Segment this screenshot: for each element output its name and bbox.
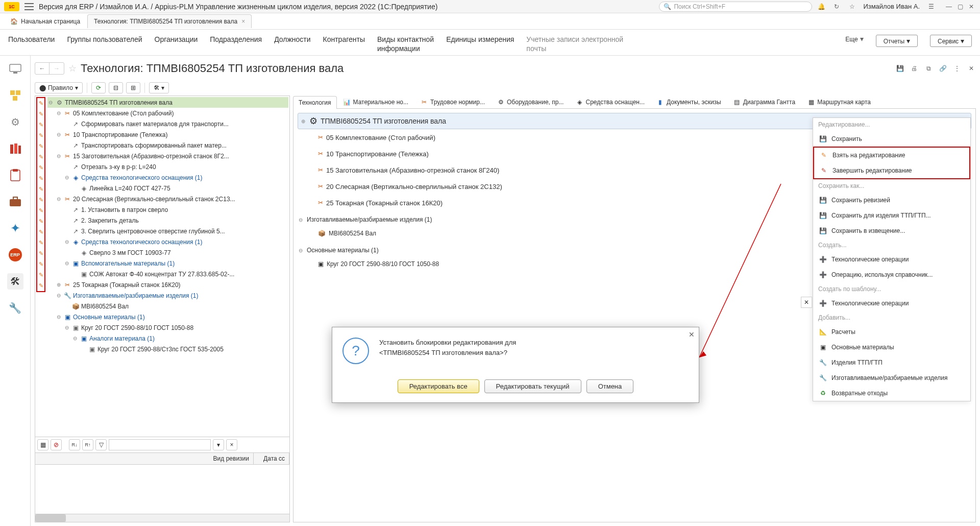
hamburger-icon[interactable] [24,3,34,10]
vt-gears[interactable]: ⚙ [7,114,23,130]
filter-btn-clear[interactable]: ⊘ [51,439,62,450]
section-units[interactable]: Единицы измерения [446,35,514,44]
section-orgs[interactable]: Организации [155,35,198,44]
vt-books[interactable] [7,140,23,157]
revision-grid[interactable]: Вид ревизии Дата сс [35,452,289,514]
tab-home[interactable]: 🏠 Начальная страница [4,15,86,28]
minimize-icon[interactable]: — [944,3,953,11]
tree-row[interactable]: ↗3. Сверлить центровочное отверстие глуб… [47,226,288,236]
global-search[interactable]: 🔍 Поиск Ctrl+Shift+F [659,2,812,12]
rule-button[interactable]: ⬤ Правило ▾ [35,82,83,93]
tree-row[interactable]: ⊖▣Вспомогательные материалы (1) [47,258,288,269]
tree-row[interactable]: ↗Транспортировать сформированный пакет м… [47,140,288,151]
user-menu-icon[interactable]: ☰ [927,3,935,11]
tree-toggle-icon[interactable]: ⊖ [64,239,70,245]
more-icon[interactable]: ⋮ [952,64,962,73]
sp-add-materials[interactable]: ▣Основные материалы [813,340,970,355]
sp-save-revision[interactable]: 💾Сохранить ревизией [813,193,970,208]
favorite-star-icon[interactable]: ☆ [68,63,77,74]
dtab-technology[interactable]: Технология [293,96,337,109]
section-more[interactable]: Еще ▾ [845,35,863,43]
tree-toggle-icon[interactable]: ⊕ [56,282,62,288]
vt-erp[interactable]: ERP [7,247,23,263]
tree-row[interactable]: ⊖▣Основные материалы (1) [47,312,288,322]
sp-save[interactable]: 💾Сохранить [813,131,970,147]
tree-row[interactable]: ⊖✂20 Слесарная (Вертикально-сверлильный … [47,194,288,204]
tree-toggle-icon[interactable]: ⊖ [56,110,62,116]
sp-save-ttp[interactable]: 💾Сохранить для изделия ТТП/ГТП... [813,208,970,223]
tree-row[interactable]: ↗2. Закрепить деталь [47,215,288,226]
dtab-tooling[interactable]: ◈Средства оснащен... [570,95,650,108]
tree-toggle-icon[interactable]: ⊖ [47,100,54,105]
tree-row[interactable]: ⊖⚙ТПМВI6805254 ТП изготовления вала [47,97,288,108]
vt-puzzle[interactable]: ✦ [7,220,23,236]
btn-edit-all[interactable]: Редактировать все [398,379,479,393]
tree-row[interactable]: ↗Сформировать пакет материалов для транс… [47,118,288,129]
section-depts[interactable]: Подразделения [210,35,262,44]
btn-edit-current[interactable]: Редактировать текущий [484,379,581,393]
vt-tools[interactable]: 🛠 [7,273,23,290]
tree-toggle-icon[interactable]: ⊖ [56,314,62,320]
tree-row[interactable]: ↗Отрезать з-ку в р-р: L=240 [47,161,288,172]
vt-clipboard[interactable] [7,167,23,183]
service-button[interactable]: Сервис ▾ [930,35,972,47]
refresh-button[interactable]: ⟳ [91,82,106,93]
rev-col-type[interactable]: Вид ревизии [35,453,254,464]
section-positions[interactable]: Должности [274,35,310,44]
tree-row[interactable]: ▣СОЖ Автокат Ф-40 концентрат ТУ 27.833.6… [47,269,288,279]
tree-row[interactable]: ⊖◈Средства технологического оснащения (1… [47,236,288,247]
star-icon[interactable]: ☆ [848,3,856,11]
sp-add-manuf[interactable]: 🔧Изготавливаемые/разбираемые изделия [813,370,970,386]
sp-add-ttpgtp[interactable]: 🔧Изделия ТТП/ГТП [813,355,970,370]
section-users[interactable]: Пользователи [8,35,55,44]
tree-row[interactable]: ↗1. Установить в патрон сверло [47,204,288,215]
vt-monitor[interactable] [7,61,23,77]
tree-toggle-icon[interactable]: ⊖ [56,293,62,298]
dtab-material[interactable]: 📊Материальное но... [338,95,414,108]
tree-hscroll[interactable] [35,514,289,522]
filter-btn-1[interactable]: ▦ [37,439,48,450]
tab-close-icon[interactable]: × [241,18,245,25]
tree-toggle-icon[interactable]: ⊖ [64,325,70,330]
tab-technology[interactable]: Технология: ТПМВI6805254 ТП изготовления… [87,14,252,28]
technology-tree[interactable]: ⊖⚙ТПМВI6805254 ТП изготовления вала⊖✂05 … [36,97,288,354]
section-contact-info[interactable]: Виды контактной информации [377,35,434,53]
tree-row[interactable]: ◈Сверло 3 мм ГОСТ 10903-77 [47,247,288,258]
sp-take-edit[interactable]: ✎Взять на редактирование [814,148,969,163]
tools-button[interactable]: 🛠 ▾ [149,82,169,93]
tree-row[interactable]: ⊖🔧Изготавливаемые/разбираемые изделия (1… [47,290,288,301]
copy-icon[interactable]: ⧉ [924,64,933,73]
section-groups[interactable]: Группы пользователей [67,35,142,44]
dtab-docs[interactable]: ▮Документы, эскизы [651,95,727,108]
user-name[interactable]: Измайлов Иван А. [863,3,920,10]
sp-create-techop[interactable]: ➕Технологические операции [813,252,970,267]
sp-tmpl-techop[interactable]: ➕Технологические операции [813,296,970,311]
dtab-labor[interactable]: ✂Трудовое нормир... [415,95,491,108]
close-icon[interactable]: ✕ [967,3,976,11]
tree-toggle-icon[interactable]: ⊖ [64,260,70,266]
filter-btn-3[interactable]: R↓ [69,439,80,450]
tree-row[interactable]: ⊖▣Аналоги материала (1) [47,333,288,344]
tree-toggle-icon[interactable]: ⊖ [64,175,70,180]
tree-row[interactable]: ▣Круг 20 ГОСТ 2590-88/Ст3пс ГОСТ 535-200… [47,344,288,354]
dtab-route[interactable]: ▦Маршрутная карта [802,95,876,108]
reports-button[interactable]: Отчеты ▾ [876,35,918,47]
filter-input[interactable] [109,439,211,450]
nav-back[interactable]: ← [35,63,50,74]
dtab-equipment[interactable]: ⚙Оборудование, пр... [492,95,569,108]
close-page-icon[interactable]: ✕ [967,64,976,73]
tree-row[interactable]: ⊕✂25 Токарная (Токарный станок 16К20) [47,279,288,290]
vt-briefcase[interactable] [7,194,23,210]
btn-cancel[interactable]: Отмена [586,379,634,393]
tree-toggle-icon[interactable]: ⊖ [56,196,62,202]
vt-blocks[interactable] [7,87,23,104]
bell-icon[interactable]: 🔔 [817,3,825,11]
tree-toggle-icon[interactable]: ⊖ [72,336,78,341]
rev-col-date[interactable]: Дата сс [254,453,289,464]
filter-dropdown[interactable]: ▾ [213,439,224,450]
section-contractors[interactable]: Контрагенты [323,35,365,44]
vt-settings[interactable]: 🔧 [7,300,23,316]
tree-row[interactable]: ⊖▣Круг 20 ГОСТ 2590-88/10 ГОСТ 1050-88 [47,322,288,333]
dtab-gantt[interactable]: ▤Диаграмма Гантта [728,95,801,108]
save-icon[interactable]: 💾 [895,64,904,73]
